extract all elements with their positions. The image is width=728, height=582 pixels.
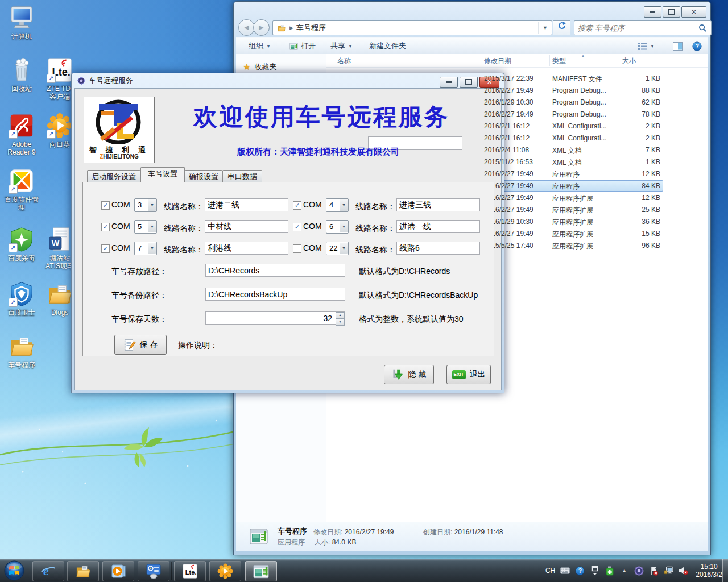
backup-path-input[interactable] (205, 288, 345, 301)
search-box[interactable] (574, 20, 712, 35)
taskbar-media-player-button[interactable] (102, 561, 134, 581)
spinner-up-icon[interactable]: ▲ (336, 312, 345, 319)
desktop-icon-baidu-guard[interactable]: ↗ 百度卫士 (0, 281, 43, 317)
line-name-input-com7[interactable] (205, 242, 288, 255)
volume-muted-icon[interactable] (679, 566, 688, 576)
help-button[interactable]: ? (689, 38, 705, 55)
chevron-down-icon[interactable]: ▼ (148, 199, 156, 211)
chevron-down-icon[interactable]: ▼ (340, 221, 348, 232)
com7-port-select[interactable]: 7▼ (134, 242, 157, 255)
tab-startup-settings[interactable]: 启动服务设置 (87, 170, 140, 182)
word-document-icon: W (47, 226, 73, 252)
chevron-down-icon[interactable]: ▼ (340, 199, 348, 211)
tab-vehicle-number-settings[interactable]: 车号设置 (140, 167, 185, 182)
network-icon[interactable] (664, 566, 673, 576)
views-icon (638, 42, 647, 50)
com22-checkbox[interactable] (293, 244, 301, 253)
minimize-button[interactable] (644, 6, 661, 18)
line-name-input-com6[interactable] (396, 220, 480, 233)
retention-days-spinner[interactable]: ▲ ▼ (336, 312, 345, 324)
show-desktop-button[interactable] (722, 559, 728, 582)
views-button[interactable]: ▼ (634, 38, 658, 55)
com3-port-select[interactable]: 3▼ (134, 198, 157, 212)
line-name-input-com4[interactable] (396, 198, 480, 211)
desktop-icon-baidu-manager[interactable]: ↗ 百度软件管理 (0, 168, 43, 211)
com-label: COM (111, 243, 130, 252)
exit-button[interactable]: EXIT 退出 (446, 365, 491, 384)
spinner-down-icon[interactable]: ▼ (336, 319, 345, 326)
usb-device-icon[interactable] (605, 566, 614, 576)
ime-help-icon[interactable]: ? (575, 566, 585, 576)
column-header-type[interactable]: 类型 (552, 56, 566, 66)
save-button[interactable]: 保 存 (114, 335, 167, 355)
taskbar-explorer-button[interactable] (67, 561, 99, 581)
storage-path-label: 车号存放路径： (111, 267, 167, 277)
taskbar-sunflower-button[interactable] (209, 561, 241, 581)
restore-button[interactable] (663, 6, 680, 18)
search-icon[interactable] (698, 24, 707, 32)
restore-button[interactable] (460, 77, 478, 88)
line-name-input-com3[interactable] (205, 198, 288, 211)
storage-path-input[interactable] (205, 264, 345, 277)
address-dropdown-icon[interactable]: ▼ (538, 22, 552, 34)
desktop-icon-adobe-reader[interactable]: ↗ AdobeReader 9 (0, 113, 43, 156)
action-center-flag-icon[interactable] (649, 566, 659, 576)
taskbar-ie-button[interactable]: e (32, 561, 64, 581)
tab-serial-data[interactable]: 串口数据 (222, 170, 262, 182)
desktop-icon-recycle-bin[interactable]: 回收站 (0, 57, 43, 93)
taskbar-control-app-button[interactable] (138, 561, 169, 581)
com6-checkbox[interactable]: ✓ (293, 223, 301, 231)
com7-checkbox[interactable]: ✓ (101, 244, 110, 253)
taskbar-zte-button[interactable] (174, 561, 206, 581)
com6-port-select[interactable]: 6▼ (326, 220, 349, 234)
line-name-input-com22[interactable] (396, 242, 480, 255)
start-button[interactable] (1, 560, 27, 581)
organize-menu[interactable]: 组织▼ (245, 38, 274, 55)
line-name-input-com5[interactable] (205, 220, 288, 233)
chevron-down-icon[interactable]: ▼ (148, 243, 156, 254)
close-button[interactable]: ✕ (681, 6, 706, 18)
com22-port-select[interactable]: 22▼ (326, 242, 349, 255)
column-header-name[interactable]: 名称 (337, 56, 351, 66)
tab-confirm-settings[interactable]: 确报设置 (185, 170, 222, 182)
baidu-software-manager-icon: ↗ (9, 168, 35, 194)
svg-text:e: e (43, 564, 49, 578)
new-folder-button[interactable]: 新建文件夹 (366, 38, 410, 55)
minimize-button[interactable] (440, 77, 458, 88)
preview-pane-button[interactable] (669, 38, 686, 55)
refresh-button[interactable] (553, 20, 570, 35)
taskbar-chehao-app-button[interactable] (245, 561, 277, 581)
open-button[interactable]: 打开 (286, 38, 319, 55)
tray-clock[interactable]: 15:10 2016/3/2 (696, 563, 722, 579)
com4-port-select[interactable]: 4▼ (326, 198, 349, 212)
back-button[interactable]: ◄ (238, 19, 255, 36)
shortcut-arrow-icon: ↗ (47, 130, 56, 139)
ime-toolbar-icon[interactable] (590, 566, 599, 576)
search-input[interactable] (574, 24, 698, 32)
address-bar[interactable]: ▶ 车号程序 ▼ (272, 20, 552, 35)
com3-checkbox[interactable]: ✓ (101, 201, 110, 210)
chevron-down-icon[interactable]: ▼ (148, 221, 156, 232)
command-bar: 组织▼ 打开 共享▼ 新建文件夹 ▼ ? (236, 37, 708, 55)
show-hidden-icons-button[interactable]: ▲ (619, 566, 629, 576)
ime-language-indicator[interactable]: CH (545, 567, 555, 575)
desktop-icon-computer[interactable]: 计算机 (0, 5, 43, 40)
desktop-icon-chehao-folder[interactable]: 车号程序 (0, 333, 43, 369)
hide-button[interactable]: 隐 藏 (384, 365, 434, 384)
column-header-modified[interactable]: 修改日期 (484, 56, 511, 66)
desktop-icon-baidu-antivirus[interactable]: ↗ 百度杀毒 (0, 226, 43, 262)
sidebar-item-favorites[interactable]: ★ 收藏夹 (243, 62, 276, 72)
forward-arrow-icon: ► (258, 23, 266, 32)
com5-checkbox[interactable]: ✓ (101, 223, 110, 231)
forward-button[interactable]: ► (253, 19, 270, 36)
chevron-down-icon[interactable]: ▼ (340, 243, 348, 254)
com4-checkbox[interactable]: ✓ (293, 201, 301, 210)
chehao-tray-gear-icon[interactable] (634, 566, 644, 576)
retention-days-hint: 格式为整数，系统默认值为30 (359, 314, 464, 325)
keyboard-icon[interactable] (560, 566, 570, 576)
com5-port-select[interactable]: 5▼ (134, 220, 157, 234)
retention-days-input[interactable] (205, 311, 345, 325)
line-name-label: 线路名称： (355, 223, 395, 234)
column-header-size[interactable]: 大小 (622, 56, 636, 66)
share-menu[interactable]: 共享▼ (327, 38, 356, 55)
